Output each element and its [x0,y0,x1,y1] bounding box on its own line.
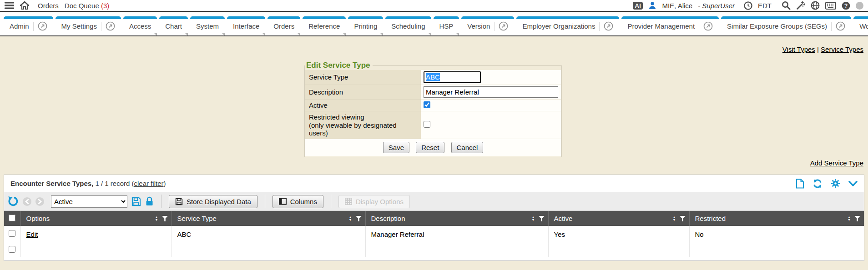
floppy-icon [175,198,183,205]
panel-title: Encounter Service Types, [10,180,93,187]
tab-label: Printing [354,22,377,30]
cancel-button[interactable]: Cancel [451,142,484,153]
filter-funnel-icon[interactable] [356,216,362,221]
popout-icon[interactable] [604,21,613,31]
keyboard-icon[interactable] [825,2,836,10]
service-type-input[interactable]: ABC [424,71,481,83]
filter-funnel-icon[interactable] [162,216,168,221]
row-checkbox[interactable] [9,230,15,237]
filter-funnel-icon[interactable] [854,216,860,221]
tab-provider-management[interactable]: Provider Management [621,16,719,33]
page-content: Visit Types | Service Types Edit Service… [0,37,868,270]
footer-checkbox[interactable] [9,246,15,253]
popout-icon[interactable] [703,21,713,31]
topbar-link-orders[interactable]: Orders [38,2,59,10]
active-label: Active [305,100,421,111]
service-type-row: Service Type ABC [305,70,561,85]
tab-my-settings[interactable]: My Settings [56,16,121,33]
column-header-active: Active [554,215,573,222]
tab-label: Scheduling [391,22,425,30]
save-view-icon[interactable] [131,197,141,206]
sort-icon[interactable]: ▲▼ [532,216,535,221]
add-service-type-link[interactable]: Add Service Type [810,159,863,167]
tab-similar-exposure-groups[interactable]: Similar Exposure Groups (SEGs) [721,16,851,33]
gear-icon[interactable] [831,179,840,188]
tab-printing[interactable]: Printing [348,16,383,33]
tab-orders[interactable]: Orders [267,16,300,33]
search-icon[interactable] [782,1,791,10]
user-name: MIE, Alice [662,2,692,10]
columns-button[interactable]: Columns [273,195,323,208]
tab-work-locations[interactable]: Work Locations [853,16,868,33]
refresh-icon[interactable] [812,179,823,189]
restricted-checkbox[interactable] [424,121,430,128]
view-filter-select[interactable]: Active [51,195,127,208]
tab-system[interactable]: System [190,16,225,33]
cell-service-type: ABC [172,226,365,243]
home-icon[interactable] [20,1,29,10]
tab-interface[interactable]: Interface [227,16,265,33]
help-icon[interactable]: ? [842,1,850,10]
status-circle-icon[interactable] [856,2,863,10]
active-row: Active [305,100,561,111]
grid-toolbar: Active Store Displayed Data Columns [4,192,864,211]
tab-label: Employer Organizations [522,22,595,30]
clear-filter-link[interactable]: clear filter [134,180,164,187]
topbar-link-doc-queue[interactable]: Doc Queue (3) [65,2,109,10]
doc-queue-label: Doc Queue [65,2,99,10]
globe-icon[interactable] [811,1,820,10]
save-button[interactable]: Save [383,142,409,153]
tab-version[interactable]: Version [461,16,514,33]
sort-icon[interactable]: ▲▼ [155,216,158,221]
tab-employer-organizations[interactable]: Employer Organizations [516,16,619,33]
sort-icon[interactable]: ▲▼ [673,216,676,221]
wand-icon[interactable] [796,1,805,10]
select-all-checkbox[interactable] [9,215,15,221]
filter-funnel-icon[interactable] [680,216,686,221]
filter-funnel-icon[interactable] [539,216,545,221]
visit-types-link[interactable]: Visit Types [782,45,815,53]
edit-link[interactable]: Edit [26,230,38,238]
hamburger-menu-icon[interactable] [5,2,14,9]
link-separator: | [817,45,819,53]
tab-label: Version [467,22,490,30]
tab-hsp[interactable]: HSP [434,16,459,33]
sort-icon[interactable]: ▲▼ [848,216,851,221]
tab-fold-icon [380,33,383,36]
collapse-chevron-icon[interactable] [848,180,858,187]
sort-icon[interactable]: ▲▼ [349,216,352,221]
tab-chart[interactable]: Chart [159,16,188,33]
tab-label: Work Locations [859,22,868,30]
tab-label: Provider Management [627,22,695,30]
user-icon[interactable] [648,1,656,10]
edit-service-type-form: Edit Service Type Service Type ABC Descr… [304,61,562,157]
service-types-link[interactable]: Service Types [821,45,863,53]
previous-page-icon[interactable] [23,197,31,206]
svg-text:?: ? [844,2,848,9]
description-input[interactable] [424,86,558,98]
new-document-icon[interactable] [796,179,804,189]
tab-reference[interactable]: Reference [303,16,346,33]
form-title: Edit Service Type [305,61,373,70]
tab-label: System [196,22,219,30]
ai-badge[interactable]: AI [633,2,643,10]
popout-icon[interactable] [836,21,845,31]
popout-icon[interactable] [499,21,508,31]
tab-fold-icon [297,33,300,36]
tab-label: Reference [308,22,340,30]
store-button-label: Store Displayed Data [187,198,251,205]
next-page-icon[interactable] [35,197,44,206]
clock-icon[interactable] [744,1,752,10]
popout-icon[interactable] [106,21,115,31]
store-displayed-data-button[interactable]: Store Displayed Data [169,195,257,208]
active-checkbox[interactable] [424,101,430,108]
undo-icon[interactable] [8,196,19,207]
tab-access[interactable]: Access [123,16,157,33]
reset-button[interactable]: Reset [416,142,444,153]
popout-icon[interactable] [38,21,47,31]
tab-scheduling[interactable]: Scheduling [385,16,431,33]
cell-restricted: No [689,226,864,243]
toolbar-separator [331,195,331,208]
lock-icon[interactable] [145,196,154,206]
tab-admin[interactable]: Admin [4,16,53,33]
